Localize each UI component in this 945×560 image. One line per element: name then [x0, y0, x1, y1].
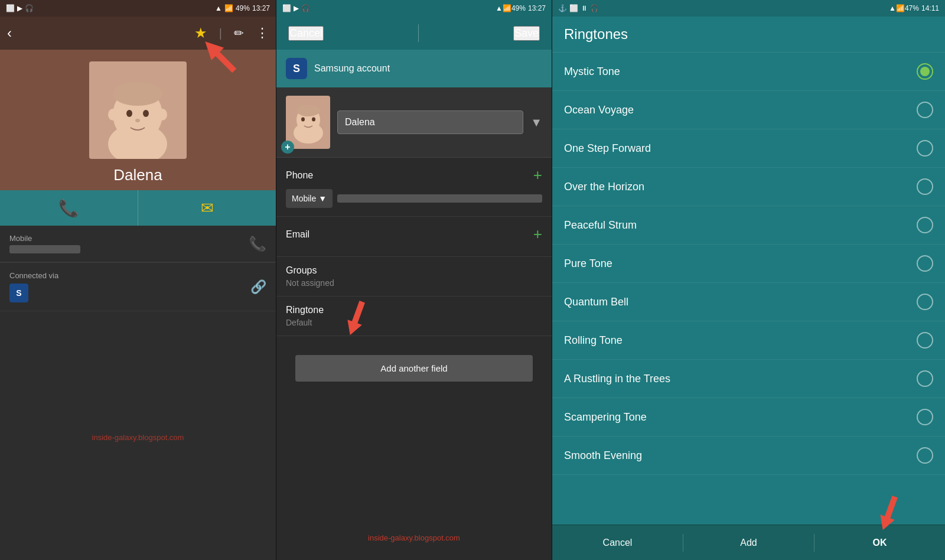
mobile-detail-row: Mobile 📞: [0, 226, 276, 262]
p2-screen-icon: ⬜: [282, 4, 291, 12]
p2-wifi-icon: ▲: [496, 4, 503, 12]
connected-via-row: Connected via S 🔗: [0, 263, 276, 311]
call-icon: 📞: [58, 198, 79, 218]
ringtone-radio-1[interactable]: [917, 102, 933, 118]
account-name-text: Samsung account: [314, 63, 390, 74]
p2-avatar: +: [286, 96, 330, 149]
groups-value: Not assigned: [286, 278, 542, 288]
status-bar-2: ⬜ ▶ 🎧 ▲ 📶 49% 13:27: [276, 0, 552, 17]
p2-time: 13:27: [528, 4, 546, 12]
p2-phone-field-row: Mobile ▼: [286, 189, 542, 208]
ringtone-item-0[interactable]: Mystic Tone: [552, 53, 945, 91]
action-buttons-bar: 📞 ✉: [0, 190, 276, 226]
menu-icon[interactable]: ⋮: [256, 25, 269, 41]
p2-groups-section[interactable]: Groups Not assigned: [276, 257, 552, 297]
edit-icon[interactable]: ✏: [234, 26, 244, 40]
p3-status-left: ⚓ ⬜ ⏸ 🎧: [558, 4, 599, 12]
ringtone-item-1[interactable]: Ocean Voyage: [552, 91, 945, 129]
p2-add-photo-icon[interactable]: +: [281, 141, 294, 154]
message-button[interactable]: ✉: [138, 190, 276, 226]
ringtone-name-1: Ocean Voyage: [564, 104, 634, 116]
ringtone-radio-4[interactable]: [917, 217, 933, 233]
contact-photo-area: Dalena: [0, 50, 276, 190]
call-button[interactable]: 📞: [0, 190, 138, 226]
signal-icon: 📶: [224, 4, 233, 12]
ringtone-item-5[interactable]: Pure Tone: [552, 245, 945, 283]
p2-account-row: S Samsung account: [276, 50, 552, 87]
samsung-logo-small: S: [9, 284, 58, 302]
ringtone-name-3: Over the Horizon: [564, 181, 644, 193]
back-button[interactable]: ‹: [7, 25, 12, 41]
p3-headphone-icon: 🎧: [590, 4, 599, 12]
ringtone-name-4: Peaceful Strum: [564, 219, 637, 232]
p2-status-left: ⬜ ▶ 🎧: [282, 4, 310, 12]
avatar: [89, 61, 187, 159]
ringtone-item-6[interactable]: Quantum Bell: [552, 283, 945, 321]
svg-point-9: [113, 82, 162, 106]
wifi-icon: ▲: [215, 4, 222, 12]
ringtone-radio-8[interactable]: [917, 370, 933, 387]
name-input[interactable]: [337, 110, 523, 134]
ringtone-name-7: Rolling Tone: [564, 334, 623, 347]
ringtone-radio-6[interactable]: [917, 294, 933, 310]
ringtone-radio-7[interactable]: [917, 332, 933, 349]
p2-email-header: Email +: [286, 225, 542, 243]
add-phone-button[interactable]: +: [533, 166, 542, 184]
footer-add-button[interactable]: Add: [683, 530, 814, 555]
cancel-top-button[interactable]: Cancel: [288, 26, 324, 41]
status-icons-left: ⬜ ▶ 🎧: [6, 4, 34, 12]
p3-signal-icon: 📶: [896, 4, 905, 12]
ringtone-item-3[interactable]: Over the Horizon: [552, 168, 945, 206]
svg-point-4: [126, 110, 132, 117]
favorite-star-icon[interactable]: ★: [194, 25, 207, 41]
ringtone-radio-9[interactable]: [917, 409, 933, 425]
p3-pause-icon: ⏸: [581, 4, 588, 12]
ringtone-radio-5[interactable]: [917, 255, 933, 272]
ringtone-item-10[interactable]: Smooth Evening: [552, 437, 945, 475]
p2-top-divider: [418, 24, 419, 42]
message-icon: ✉: [201, 199, 214, 217]
ringtones-list: Mystic ToneOcean VoyageOne Step ForwardO…: [552, 53, 945, 525]
phone-type-button[interactable]: Mobile ▼: [286, 189, 333, 208]
name-expand-button[interactable]: ▼: [530, 116, 542, 129]
add-email-button[interactable]: +: [533, 225, 542, 243]
ringtone-title: Ringtone: [286, 305, 542, 315]
footer-ok-button[interactable]: OK: [814, 530, 945, 555]
ringtone-item-8[interactable]: A Rustling in the Trees: [552, 360, 945, 398]
ringtone-name-9: Scampering Tone: [564, 411, 647, 424]
email-section-title: Email: [286, 229, 309, 240]
ringtone-radio-3[interactable]: [917, 178, 933, 195]
watermark-2: inside-galaxy.blogspot.com: [368, 533, 460, 542]
p2-avatar-image: [288, 97, 329, 148]
ringtone-radio-0[interactable]: [917, 63, 933, 80]
groups-title: Groups: [286, 265, 542, 276]
save-button[interactable]: Save: [513, 26, 540, 41]
svg-point-15: [296, 105, 320, 116]
watermark-1: inside-galaxy.blogspot.com: [92, 433, 184, 442]
p3-wifi-icon: ▲: [889, 4, 896, 12]
ringtone-radio-2[interactable]: [917, 140, 933, 157]
battery-percent: 49%: [236, 4, 250, 12]
ringtone-item-9[interactable]: Scampering Tone: [552, 398, 945, 437]
p2-battery: 49%: [511, 4, 526, 12]
ringtone-name-5: Pure Tone: [564, 258, 612, 270]
phone-type-label: Mobile: [292, 194, 316, 203]
ringtone-radio-10[interactable]: [917, 447, 933, 464]
p2-ringtone-section[interactable]: Ringtone Default: [276, 297, 552, 336]
connected-via-label: Connected via: [9, 271, 58, 280]
contact-name: Dalena: [113, 166, 162, 184]
ringtone-item-4[interactable]: Peaceful Strum: [552, 206, 945, 245]
p2-phone-section: Phone + Mobile ▼: [276, 158, 552, 217]
phone-section-title: Phone: [286, 170, 313, 181]
p3-time: 14:11: [921, 4, 939, 12]
add-field-button[interactable]: Add another field: [295, 355, 533, 382]
footer-cancel-button[interactable]: Cancel: [552, 530, 683, 555]
ringtone-item-2[interactable]: One Step Forward: [552, 129, 945, 168]
phone-call-icon[interactable]: 📞: [249, 236, 266, 252]
connected-via-info: Connected via S: [9, 271, 58, 302]
svg-point-13: [301, 117, 305, 121]
mobile-number-blurred: [9, 245, 80, 253]
ringtone-item-7[interactable]: Rolling Tone: [552, 321, 945, 360]
mobile-label: Mobile: [9, 234, 80, 243]
phone-type-chevron: ▼: [318, 194, 327, 203]
